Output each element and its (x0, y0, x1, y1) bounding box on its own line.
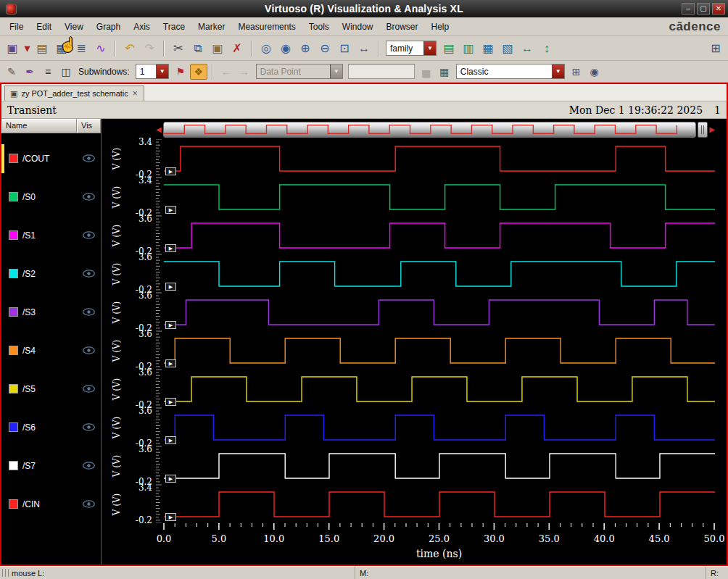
trace-list-icon[interactable]: ≡ (39, 64, 57, 80)
scroll-handle[interactable] (698, 122, 708, 138)
close-button[interactable]: ✕ (712, 3, 725, 14)
style-combo[interactable]: Classic▼ (456, 64, 565, 79)
visibility-eye-icon[interactable] (77, 308, 101, 316)
paste-icon[interactable]: ▣ (208, 39, 227, 58)
visibility-eye-icon[interactable] (77, 500, 101, 508)
trace-color-swatch[interactable] (9, 307, 18, 317)
trace-marker-icon[interactable]: ▶ (165, 359, 176, 367)
waveform-canvas[interactable]: ▶ (156, 370, 727, 408)
trace-color-swatch[interactable] (9, 384, 18, 393)
back-icon[interactable]: ← (218, 64, 235, 80)
signal-row-s2[interactable]: /S2 (1, 254, 101, 293)
waveform-canvas[interactable]: ▶ (156, 139, 727, 178)
signal-row-cout[interactable]: /COUT (1, 139, 101, 178)
display-options-icon[interactable]: ◉ (586, 64, 603, 80)
menu-marker[interactable]: Marker (191, 20, 231, 34)
style-combo-arrow-icon[interactable]: ▼ (552, 64, 564, 78)
menu-window[interactable]: Window (336, 20, 380, 34)
menu-tools[interactable]: Tools (302, 20, 336, 34)
menu-help[interactable]: Help (425, 20, 456, 34)
trace-marker-icon[interactable]: ▶ (165, 398, 176, 406)
waveform-canvas[interactable]: ▶ (156, 178, 727, 216)
new-window-icon[interactable]: ▣ (3, 39, 22, 58)
visibility-eye-icon[interactable] (77, 346, 101, 354)
signal-row-s1[interactable]: /S1 (1, 216, 101, 254)
save-icon[interactable]: ▦ (52, 39, 71, 58)
print-icon[interactable]: ≣ (72, 39, 91, 58)
menu-axis[interactable]: Axis (127, 20, 157, 34)
trace-color-swatch[interactable] (9, 269, 18, 278)
calculator-icon[interactable]: ▦ (436, 64, 453, 80)
probe-icon[interactable]: ✒ (21, 64, 38, 80)
waveform-canvas[interactable]: ▶ (156, 331, 727, 370)
trace-marker-icon[interactable]: ▶ (165, 206, 176, 214)
cut-icon[interactable]: ✂ (169, 39, 188, 58)
signal-row-s4[interactable]: /S4 (1, 331, 101, 370)
trace-marker-icon[interactable]: ▶ (165, 167, 176, 175)
trace-marker-icon[interactable]: ▶ (165, 244, 176, 252)
new-window-dropdown-icon[interactable]: ▾ (22, 39, 32, 58)
signal-name[interactable]: /S3 (22, 307, 77, 317)
signal-name[interactable]: /S5 (22, 384, 77, 394)
zoom-x-icon[interactable]: ↔ (518, 39, 537, 58)
trace-color-swatch[interactable] (9, 422, 18, 432)
label-icon[interactable]: ❖ (190, 64, 207, 80)
table-view-icon[interactable]: ⊞ (706, 39, 725, 58)
trace-marker-icon[interactable]: ▶ (165, 321, 176, 329)
signal-name[interactable]: /S0 (22, 192, 77, 202)
trace-marker-icon[interactable]: ▶ (165, 513, 176, 521)
signal-name[interactable]: /CIN (22, 499, 77, 509)
table-export-icon[interactable]: ⊞ (568, 64, 585, 80)
trace-color-swatch[interactable] (9, 346, 18, 355)
trace-color-swatch[interactable] (9, 192, 18, 201)
visibility-eye-icon[interactable] (77, 154, 101, 162)
waveform-canvas[interactable]: ▶ (156, 485, 727, 523)
visibility-eye-icon[interactable] (77, 385, 101, 393)
signal-row-s5[interactable]: /S5 (1, 370, 101, 408)
menu-view[interactable]: View (58, 20, 90, 34)
menu-graph[interactable]: Graph (90, 20, 127, 34)
visibility-eye-icon[interactable] (77, 423, 101, 431)
datapoint-combo[interactable]: Data Point▼ (256, 64, 343, 79)
visibility-eye-icon[interactable] (77, 270, 101, 278)
graph-composite-icon[interactable]: ▤ (439, 39, 458, 58)
family-combo[interactable]: family▼ (386, 41, 437, 56)
histogram-icon[interactable]: ▅ (418, 64, 435, 80)
flag-icon[interactable]: ⚑ (172, 64, 189, 80)
tab-pot-adder-test[interactable]: ▣ zy POT_adder_test schematic × (4, 86, 144, 101)
visibility-eye-icon[interactable] (77, 462, 101, 470)
scroll-left-icon[interactable]: ◀ (156, 126, 162, 133)
signal-name[interactable]: /S6 (22, 422, 77, 433)
trace-marker-icon[interactable]: ▶ (165, 436, 176, 444)
subwindows-combo-arrow-icon[interactable]: ▼ (156, 64, 168, 78)
signal-name[interactable]: /S1 (22, 230, 77, 241)
column-header-vis[interactable]: Vis (77, 119, 101, 133)
open-icon[interactable]: ▤ (33, 39, 51, 58)
trace-marker-icon[interactable]: ▶ (165, 283, 176, 291)
signal-name[interactable]: /S7 (22, 461, 77, 471)
signal-row-s6[interactable]: /S6 (1, 408, 101, 446)
copy-icon[interactable]: ⧉ (189, 39, 207, 58)
menu-browser[interactable]: Browser (380, 20, 425, 34)
tab-close-icon[interactable]: × (132, 88, 138, 99)
datapoint-combo-arrow-icon[interactable]: ▼ (330, 64, 342, 78)
zoom-out-icon[interactable]: ⊖ (315, 39, 334, 58)
pan-icon[interactable]: ↔ (355, 39, 373, 58)
subwindows-combo[interactable]: 1▼ (136, 64, 169, 79)
trace-color-swatch[interactable] (9, 499, 18, 509)
waveform-canvas[interactable]: ▶ (156, 408, 727, 446)
zoom-in-icon[interactable]: ⊕ (296, 39, 315, 58)
waveform-canvas[interactable]: ▶ (156, 254, 727, 293)
menu-file[interactable]: File (3, 20, 30, 34)
family-combo-arrow-icon[interactable]: ▼ (423, 41, 436, 55)
graph-overlay-icon[interactable]: ▦ (479, 39, 497, 58)
zoom-prev-icon[interactable]: ◉ (276, 39, 295, 58)
forward-icon[interactable]: → (236, 64, 253, 80)
trace-marker-icon[interactable]: ▶ (165, 475, 176, 483)
undo-icon[interactable]: ↶ (120, 39, 139, 58)
signal-row-s0[interactable]: /S0 (1, 178, 101, 216)
trace-color-swatch[interactable] (9, 230, 18, 240)
visibility-eye-icon[interactable] (77, 231, 101, 239)
menu-measurements[interactable]: Measurements (231, 20, 302, 34)
trace-color-swatch[interactable] (9, 154, 18, 163)
